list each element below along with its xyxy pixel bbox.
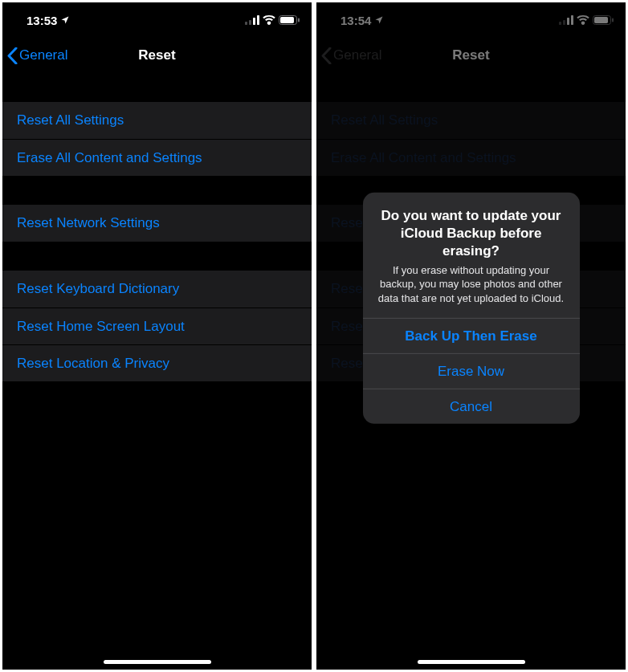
- reset-keyboard-dictionary[interactable]: Reset Keyboard Dictionary: [2, 271, 312, 307]
- battery-icon: [279, 15, 300, 25]
- left-phone-screenshot: 13:53 General R: [2, 2, 312, 670]
- wifi-icon: [263, 15, 275, 25]
- svg-rect-1: [249, 20, 251, 25]
- settings-content: Reset All Settings Erase All Content and…: [2, 73, 312, 670]
- chevron-left-icon: [7, 47, 18, 64]
- backup-then-erase-button[interactable]: Back Up Then Erase: [363, 318, 580, 353]
- back-button[interactable]: General: [7, 38, 67, 73]
- back-label: General: [19, 47, 67, 63]
- reset-network-settings[interactable]: Reset Network Settings: [2, 205, 312, 242]
- status-time-group: 13:53: [27, 14, 70, 27]
- reset-home-screen-layout[interactable]: Reset Home Screen Layout: [2, 307, 312, 344]
- location-icon: [60, 15, 70, 25]
- nav-bar: General Reset: [2, 38, 312, 73]
- erase-all-content-settings[interactable]: Erase All Content and Settings: [2, 139, 312, 176]
- status-bar: 13:53: [2, 2, 312, 38]
- status-time: 13:53: [27, 14, 57, 27]
- svg-rect-6: [298, 18, 300, 22]
- cancel-button[interactable]: Cancel: [363, 389, 580, 424]
- alert-message: If you erase without updating your backu…: [374, 263, 569, 306]
- nav-title: Reset: [138, 47, 175, 63]
- alert-title: Do you want to update your iCloud Backup…: [374, 206, 569, 259]
- svg-rect-0: [245, 22, 247, 25]
- reset-all-settings[interactable]: Reset All Settings: [2, 102, 312, 139]
- svg-rect-3: [257, 15, 259, 25]
- status-right: [245, 15, 300, 25]
- cellular-icon: [245, 15, 259, 25]
- svg-rect-2: [253, 18, 255, 25]
- reset-location-privacy[interactable]: Reset Location & Privacy: [2, 344, 312, 381]
- erase-now-button[interactable]: Erase Now: [363, 353, 580, 389]
- right-phone-screenshot: 13:54 General R: [316, 2, 626, 670]
- home-indicator[interactable]: [104, 660, 211, 664]
- svg-rect-5: [280, 17, 294, 23]
- home-indicator[interactable]: [418, 660, 525, 664]
- confirm-erase-alert: Do you want to update your iCloud Backup…: [363, 192, 580, 424]
